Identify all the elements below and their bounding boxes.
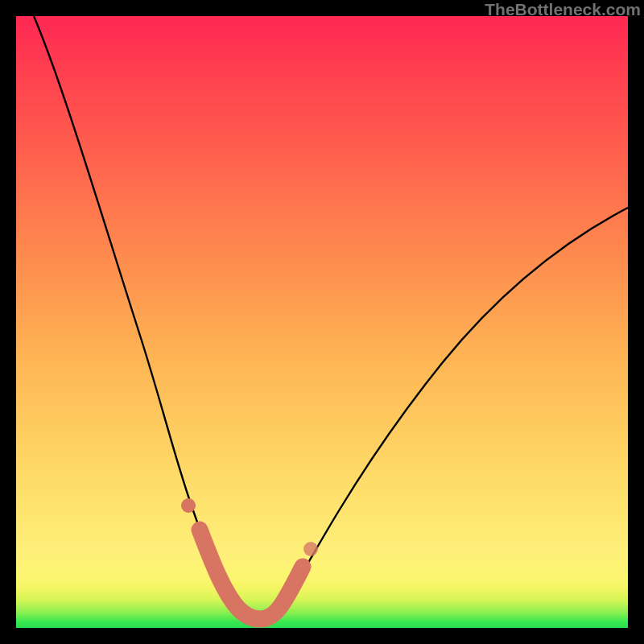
highlight-band xyxy=(200,530,303,619)
highlight-start-dot xyxy=(181,498,196,513)
chart-svg xyxy=(16,16,628,628)
highlight-end-dot xyxy=(303,542,318,556)
frame: TheBottleneck.com xyxy=(0,0,644,644)
plot-area xyxy=(16,16,628,628)
bottleneck-curve xyxy=(34,16,628,620)
